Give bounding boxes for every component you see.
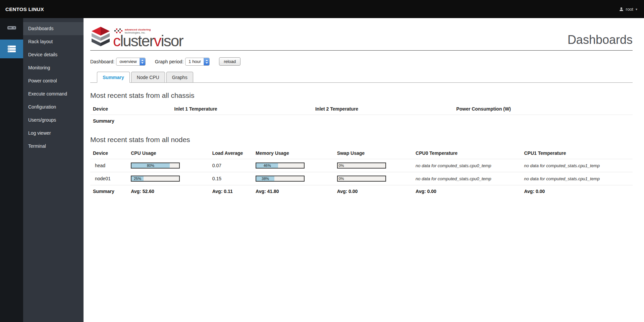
load-average-avg: Avg: 0.11 [210, 185, 253, 198]
cpu1-temp-value: no data for computed_stats.cpu1_temp [521, 172, 633, 185]
col-device: Device [90, 147, 128, 159]
brand: CENTOS LINUX [5, 6, 44, 12]
col-memory-usage: Memory Usage [253, 147, 334, 159]
swap-usage-avg: Avg: 0.00 [334, 185, 413, 198]
col-cpu0-temp: CPU0 Temperature [413, 147, 521, 159]
cpu0-temp-avg: Avg: 0.00 [413, 185, 521, 198]
page-title: Dashboards [568, 33, 633, 48]
tab-bar: Summary Node CPU Graphs [90, 72, 633, 83]
chassis-table-header: Device Inlet 1 Temperature Inlet 2 Tempe… [90, 103, 633, 115]
col-swap-usage: Swap Usage [334, 147, 413, 159]
cluster-rack-icon[interactable] [0, 40, 23, 58]
load-average-value: 0.07 [210, 159, 253, 172]
cpu-usage-average: Avg: 52.60 [128, 185, 210, 198]
sidebar-item-rack-layout[interactable]: Rack layout [23, 35, 84, 48]
sidebar-item-terminal[interactable]: Terminal [23, 140, 84, 153]
select-stepper-icon [140, 58, 145, 66]
clustervisor-wordmark: clustervisor [113, 35, 183, 48]
device-name: Summary [90, 115, 172, 127]
cpu1-temp-value: no data for computed_stats.cpu1_temp [521, 159, 633, 172]
cpu-usage-value: 25% [134, 176, 141, 181]
clustervisor-logo: advanced clustering technologies, inc. c… [90, 26, 183, 48]
load-average-value: 0.15 [210, 172, 253, 185]
device-name: Summary [90, 185, 128, 198]
tab-node-cpu[interactable]: Node CPU [131, 72, 165, 83]
col-cpu1-temp: CPU1 Temperature [521, 147, 633, 159]
chevron-down-icon: ▾ [636, 7, 637, 11]
sidebar-icon-strip [0, 18, 23, 322]
sidebar-item-execute-command[interactable]: Execute command [23, 87, 84, 101]
swap-usage-value: 0% [339, 163, 344, 168]
sidebar-item-power-control[interactable]: Power control [23, 74, 84, 87]
col-load-average: Load Average [210, 147, 253, 159]
user-icon [619, 7, 624, 11]
swap-usage-bar: 0% [337, 163, 386, 169]
dashboard-select[interactable]: overview [116, 58, 145, 66]
sidebar-item-users-groups[interactable]: Users/groups [23, 114, 84, 127]
cpu-usage-bar: 25% [131, 176, 180, 182]
dashboard-select-value: overview [119, 59, 137, 64]
chassis-section-title: Most recent stats from all chassis [90, 91, 633, 100]
nodes-section-title: Most recent stats from all nodes [90, 136, 633, 144]
main-content: advanced clustering technologies, inc. c… [84, 18, 644, 322]
tab-summary[interactable]: Summary [97, 72, 130, 83]
device-name: head [90, 159, 128, 172]
cpu-usage-bar: 80% [131, 163, 180, 169]
clustervisor-logo-icon [90, 26, 111, 48]
graph-period-select-value: 1 hour [189, 59, 201, 64]
memory-usage-bar: 38% [256, 176, 305, 182]
graph-period-select-label: Graph period: [155, 59, 184, 64]
user-name: root [626, 7, 633, 12]
nodes-table: Device CPU Usage Load Average Memory Usa… [90, 147, 633, 197]
device-name: node01 [90, 172, 128, 185]
nodes-summary-row: Summary Avg: 52.60 Avg: 0.11 Avg: 41.80 … [90, 185, 633, 198]
sidebar-item-device-details[interactable]: Device details [23, 48, 84, 61]
logo-tagline-1: advanced clustering [125, 28, 151, 31]
memory-usage-value: 46% [264, 163, 271, 168]
sidebar-item-dashboards[interactable]: Dashboards [23, 22, 84, 35]
col-inlet2-temp: Inlet 2 Temperature [313, 103, 453, 115]
chassis-table: Device Inlet 1 Temperature Inlet 2 Tempe… [90, 103, 633, 127]
table-row-node01: node01 25% 0.15 38% [90, 172, 633, 185]
table-row-head: head 80% 0.07 46% [90, 159, 633, 172]
sidebar-menu: Dashboards Rack layout Device details Mo… [23, 18, 84, 322]
sidebar-item-log-viewer[interactable]: Log viewer [23, 127, 84, 140]
select-stepper-icon [204, 58, 209, 66]
reload-button[interactable]: reload [219, 57, 240, 66]
sidebar: Dashboards Rack layout Device details Mo… [0, 18, 84, 322]
user-menu[interactable]: root ▾ [619, 7, 637, 12]
dashboard-select-label: Dashboard: [90, 59, 114, 64]
sidebar-item-configuration[interactable]: Configuration [23, 101, 84, 114]
app-layout: Dashboards Rack layout Device details Mo… [0, 18, 644, 322]
swap-usage-bar: 0% [337, 176, 386, 182]
topbar: CENTOS LINUX root ▾ [0, 0, 644, 18]
col-cpu-usage: CPU Usage [128, 147, 210, 159]
swap-usage-value: 0% [339, 176, 344, 181]
memory-usage-bar: 46% [256, 163, 305, 169]
cpu0-temp-value: no data for computed_stats.cpu0_temp [413, 172, 521, 185]
cpu-usage-value: 80% [147, 163, 154, 168]
page-header: advanced clustering technologies, inc. c… [90, 26, 633, 51]
chassis-summary-row: Summary [90, 115, 633, 127]
cpu1-temp-avg: Avg: 0.00 [521, 185, 633, 198]
col-power-consumption: Power Consumption (W) [453, 103, 633, 115]
nodes-table-header: Device CPU Usage Load Average Memory Usa… [90, 147, 633, 159]
col-inlet1-temp: Inlet 1 Temperature [172, 103, 313, 115]
drive-icon[interactable] [0, 22, 23, 34]
graph-period-select[interactable]: 1 hour [185, 58, 210, 66]
tab-graphs[interactable]: Graphs [166, 72, 193, 83]
cpu0-temp-value: no data for computed_stats.cpu0_temp [413, 159, 521, 172]
memory-usage-avg: Avg: 41.80 [253, 185, 334, 198]
controls-row: Dashboard: overview Graph period: 1 hour… [90, 57, 633, 66]
sidebar-item-monitoring[interactable]: Monitoring [23, 61, 84, 74]
col-device: Device [90, 103, 172, 115]
memory-usage-value: 38% [262, 176, 269, 181]
